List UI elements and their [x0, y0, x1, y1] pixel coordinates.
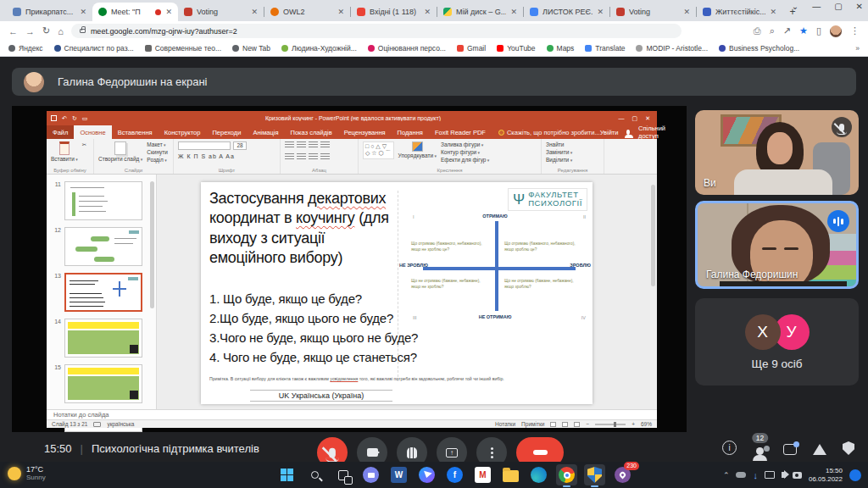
arrange-button[interactable]: Упорядкувати	[398, 141, 437, 158]
bookmark-item[interactable]: Оцінювання персо...	[368, 44, 446, 53]
zoom-out-icon[interactable]: −	[586, 421, 589, 427]
chrome-button-active[interactable]	[556, 464, 577, 485]
ppt-minimize-button[interactable]: —	[619, 115, 625, 122]
word-button[interactable]: W	[388, 464, 409, 485]
status-comments-button[interactable]: Примітки	[521, 421, 544, 427]
indent-icon[interactable]	[309, 141, 318, 149]
ppt-signin-button[interactable]: Увійти	[600, 129, 619, 136]
volume-icon[interactable]	[782, 472, 786, 478]
video-tile-speaker[interactable]: Галина Федоришин	[695, 201, 859, 289]
side-panel-icon[interactable]: ▯	[816, 25, 821, 36]
browser-tab[interactable]: OWL2	[264, 3, 350, 21]
tab-close-icon[interactable]	[165, 8, 172, 16]
tab-close-icon[interactable]	[424, 8, 431, 16]
ppt-tab-design[interactable]: Конструктор	[159, 125, 207, 139]
tab-close-icon[interactable]	[337, 8, 344, 16]
thumbnail-scrollbar[interactable]	[150, 181, 154, 308]
bookmark-item-maps[interactable]: Maps	[547, 44, 575, 53]
font-size-select[interactable]: 28	[233, 141, 247, 150]
reload-icon[interactable]: ↻	[42, 25, 50, 36]
bookmark-item-gmail[interactable]: Gmail	[457, 44, 486, 53]
zoom-percentage[interactable]: 69%	[641, 421, 652, 427]
browser-tab[interactable]: Мій диск – G...	[437, 3, 523, 21]
back-icon[interactable]: ←	[8, 26, 18, 36]
taskbar-clock[interactable]: 15:50 06.05.2022	[809, 467, 843, 484]
mail-button[interactable]: M	[472, 464, 493, 485]
tab-close-icon[interactable]	[770, 8, 776, 16]
download-arrow-icon[interactable]: ↓	[753, 470, 758, 480]
save-icon[interactable]	[51, 115, 57, 121]
host-controls-button[interactable]	[843, 441, 854, 455]
paste-button[interactable]: Вставити	[51, 141, 78, 162]
tab-close-icon[interactable]	[251, 8, 258, 16]
people-panel-button[interactable]: 12	[753, 444, 767, 455]
status-notes-button[interactable]: Нотатки	[495, 421, 515, 427]
align-left-icon[interactable]	[285, 153, 294, 161]
bookmark-star-icon[interactable]	[799, 25, 808, 36]
section-button[interactable]: Розділ	[147, 157, 168, 163]
start-slideshow-icon[interactable]: ▭	[82, 115, 88, 122]
thumbnail-slide-12[interactable]: 12	[50, 227, 146, 266]
align-right-icon[interactable]	[309, 153, 318, 161]
activities-button[interactable]	[813, 444, 826, 455]
bookmark-item-youtube[interactable]: YouTube	[497, 44, 535, 53]
display-icon[interactable]	[765, 471, 775, 479]
bullet-list-icon[interactable]	[285, 141, 294, 149]
line-spacing-icon[interactable]	[320, 141, 330, 149]
bookmark-item[interactable]: New Tab	[232, 44, 270, 53]
replace-button[interactable]: Замінити	[546, 149, 572, 155]
notification-count-badge[interactable]	[849, 469, 861, 481]
shapes-gallery[interactable]: □ ○ △ ▽◇ ☆ ⬡ ⌒	[363, 141, 394, 159]
bookmark-item[interactable]: Специалист по раз...	[54, 44, 134, 53]
slide-title[interactable]: Застосування декартових координат в коуч…	[209, 189, 403, 269]
tile-more-participants[interactable]: Х У Ще 9 осіб	[695, 298, 859, 385]
justify-icon[interactable]	[320, 153, 330, 161]
zoom-slider[interactable]	[595, 424, 626, 425]
slide-canvas[interactable]: Застосування декартових координат в коуч…	[201, 182, 593, 404]
browser-menu-icon[interactable]: ⋮	[850, 25, 860, 36]
window-maximize-button[interactable]: ▢	[834, 2, 842, 11]
bookmark-item[interactable]: Яндекс	[8, 44, 43, 53]
browser-tab[interactable]: Вхідні (1 118)	[351, 3, 437, 21]
font-name-select[interactable]	[178, 141, 231, 150]
thumbnail-slide-11[interactable]: 11	[50, 181, 146, 220]
zoom-slider-handle[interactable]	[614, 422, 616, 427]
ppt-tab-transitions[interactable]: Переходи	[206, 125, 247, 139]
url-text[interactable]: meet.google.com/mzg-ojrw-iuy?authuser=2	[91, 27, 237, 36]
teams-chat-button[interactable]	[360, 464, 381, 485]
reset-button[interactable]: Скинути	[147, 149, 168, 155]
ppt-tab-foxit[interactable]: Foxit Reader PDF	[429, 125, 492, 139]
redo-icon[interactable]: ↻	[72, 115, 77, 122]
ppt-tellme-box[interactable]: Скажіть, що потрібно зробити...	[498, 125, 600, 139]
ppt-tab-insert[interactable]: Вставлення	[112, 125, 159, 139]
shape-fill-button[interactable]: Заливка фігури	[441, 141, 489, 147]
task-view-button[interactable]	[332, 464, 353, 485]
start-button[interactable]	[276, 464, 298, 485]
bookmark-item-translate[interactable]: Translate	[585, 44, 625, 53]
bookmark-item[interactable]: Людина-Художній...	[281, 44, 357, 53]
camera-in-use-icon[interactable]	[793, 472, 802, 479]
zoom-icon[interactable]: ⌕	[770, 25, 775, 36]
tab-close-icon[interactable]	[683, 8, 690, 16]
undo-icon[interactable]: ↶	[62, 115, 67, 122]
new-slide-button[interactable]: Створити слайд	[98, 141, 142, 162]
ppt-tab-animations[interactable]: Анімація	[247, 125, 284, 139]
tray-overflow-icon[interactable]: ⌃	[723, 471, 730, 480]
view-slideshow-icon[interactable]	[574, 422, 580, 427]
ppt-tab-slideshow[interactable]: Показ слайдів	[285, 125, 338, 139]
forward-icon[interactable]: →	[25, 26, 35, 36]
tab-close-icon[interactable]	[510, 8, 517, 16]
status-language[interactable]: українська	[107, 421, 134, 427]
thumbnail-slide-15[interactable]: 15	[50, 364, 146, 403]
file-explorer-button[interactable]	[500, 464, 521, 485]
window-close-button[interactable]: ✕	[856, 2, 863, 11]
browser-tab[interactable]: Життєстійкіс...	[697, 3, 782, 21]
zoom-in-icon[interactable]: +	[632, 421, 635, 427]
shape-effects-button[interactable]: Ефекти для фігур	[441, 157, 489, 163]
browser-tab[interactable]: Voting	[178, 3, 264, 21]
camera-allowed-icon[interactable]: ⎙	[754, 25, 761, 36]
browser-tab[interactable]: Voting	[610, 3, 696, 21]
layout-button[interactable]: Макет	[147, 141, 168, 147]
ppt-notes-pane[interactable]: Нотатки до слайда	[47, 409, 657, 419]
ppt-tab-home[interactable]: Основне	[74, 125, 111, 139]
